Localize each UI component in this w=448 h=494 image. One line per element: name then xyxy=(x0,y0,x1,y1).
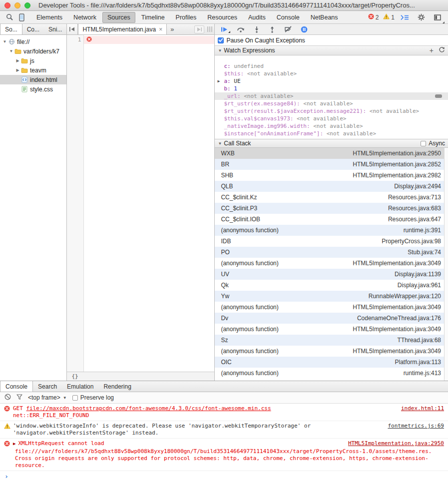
pause-on-caught-checkbox[interactable] xyxy=(218,37,224,43)
tab-profiles[interactable]: Profiles xyxy=(171,12,202,23)
line-error-icon[interactable] xyxy=(86,36,92,43)
call-stack-frame[interactable]: CC_$clinit.P3Resources.java:683 xyxy=(215,203,448,214)
watch-expression[interactable]: b1 xyxy=(215,85,448,92)
tree-item-var-folders-k7[interactable]: ▼var/folders/k7 xyxy=(0,46,66,56)
call-stack-frame[interactable]: CC_$clinit.KzResources.java:713 xyxy=(215,192,448,203)
call-stack-frame[interactable]: YwRunnableWrapper.java:120 xyxy=(215,291,448,302)
message-link[interactable]: file://maxcdn.bootstrapcdn.com/font-awes… xyxy=(26,405,271,412)
frame-location[interactable]: runtime.js:413 xyxy=(404,370,441,377)
tree-item-teavm[interactable]: ▶teavm xyxy=(0,65,66,75)
call-stack-frame[interactable]: POStub.java:74 xyxy=(215,247,448,258)
call-stack-frame[interactable]: OICPlatform.java:113 xyxy=(215,357,448,368)
tab-audits[interactable]: Audits xyxy=(243,12,271,23)
async-toggle[interactable]: Async xyxy=(421,140,445,147)
frame-location[interactable]: Display.java:2494 xyxy=(394,183,441,190)
async-checkbox[interactable] xyxy=(421,141,426,146)
tree-item-style-css[interactable]: style.css xyxy=(0,84,66,94)
message-source-link[interactable]: HTML5Implementation.java:2950 xyxy=(341,440,444,447)
watch-expression[interactable]: $instance["onAnimationFrame"]<not availa… xyxy=(215,130,448,137)
minimize-window-button[interactable] xyxy=(14,2,20,8)
frame-location[interactable]: RunnableWrapper.java:120 xyxy=(369,293,441,300)
sidebar-toggle-icon[interactable] xyxy=(207,26,212,32)
frame-location[interactable]: Resources.java:713 xyxy=(388,194,441,201)
watch-expression[interactable]: $this.val$canvas1973<not available> xyxy=(215,115,448,122)
deactivate-breakpoints-icon[interactable] xyxy=(284,26,292,32)
pause-on-caught-row[interactable]: Pause On Caught Exceptions xyxy=(215,35,448,46)
device-mode-icon[interactable] xyxy=(16,12,27,22)
filter-icon[interactable] xyxy=(16,394,22,402)
call-stack-frame[interactable]: SHBHTML5Implementation.java:2982 xyxy=(215,170,448,181)
tab-overflow-icon[interactable]: » xyxy=(167,24,177,34)
frame-location[interactable]: HTML5Implementation.java:3049 xyxy=(353,348,441,355)
call-stack-header[interactable]: ▼ Call Stack Async xyxy=(215,139,448,148)
sidebar-tab-snippets[interactable]: Sni... xyxy=(44,24,66,34)
watch-expression[interactable]: $rt_ustr(ex.message84)<not available> xyxy=(215,100,448,107)
tree-item-js[interactable]: ▶js xyxy=(0,56,66,65)
tab-netbeans[interactable]: NetBeans xyxy=(306,12,343,23)
call-stack-scrollbar[interactable] xyxy=(444,148,448,381)
hide-navigator-icon[interactable] xyxy=(67,24,78,34)
call-stack-frame[interactable]: IDBPropertyCross.java:98 xyxy=(215,236,448,247)
drawer-tab-emulation[interactable]: Emulation xyxy=(62,381,98,392)
tab-resources[interactable]: Resources xyxy=(202,12,242,23)
step-over-icon[interactable] xyxy=(237,26,245,32)
close-tab-icon[interactable]: × xyxy=(159,26,162,33)
watch-expression[interactable]: ▶aUE xyxy=(215,77,448,85)
clear-console-icon[interactable] xyxy=(4,394,11,402)
inspect-element-icon[interactable] xyxy=(4,12,15,22)
zoom-window-button[interactable] xyxy=(24,2,30,8)
frame-location[interactable]: Resources.java:647 xyxy=(388,216,441,223)
watch-expression[interactable]: _url<not available> xyxy=(215,92,448,100)
tab-timeline[interactable]: Timeline xyxy=(136,12,170,23)
tab-sources[interactable]: Sources xyxy=(102,12,135,23)
frame-location[interactable]: runtime.js:391 xyxy=(404,227,441,234)
watch-expression[interactable]: _nativeImage.img996.width<not available> xyxy=(215,122,448,130)
call-stack-frame[interactable]: SzTThread.java:68 xyxy=(215,335,448,346)
call-stack-frame[interactable]: UVDisplay.java:1139 xyxy=(215,269,448,280)
add-watch-icon[interactable]: + xyxy=(427,47,437,54)
frame-location[interactable]: Display.java:1139 xyxy=(395,271,441,278)
sidebar-tab-content-scripts[interactable]: Co... xyxy=(22,24,44,34)
call-stack-frame[interactable]: QkDisplay.java:961 xyxy=(215,280,448,291)
watch-expression[interactable]: $this<not available> xyxy=(215,70,448,77)
watch-expression[interactable]: $rt_ustr(result.$javaException.message22… xyxy=(215,107,448,115)
call-stack-frame[interactable]: BRHTML5Implementation.java:2852 xyxy=(215,159,448,170)
pretty-print-button[interactable]: {} xyxy=(71,373,78,380)
call-stack-frame[interactable]: (anonymous function)HTML5Implementation.… xyxy=(215,346,448,357)
disclosure-open-icon[interactable]: ▼ xyxy=(2,39,7,44)
sidebar-tab-sources[interactable]: So... xyxy=(0,24,22,34)
dock-side-icon[interactable] xyxy=(432,12,443,22)
console-prompt[interactable]: › xyxy=(0,471,448,482)
frame-location[interactable]: HTML5Implementation.java:3049 xyxy=(353,260,441,267)
call-stack-frame[interactable]: (anonymous function)runtime.js:391 xyxy=(215,225,448,236)
frame-location[interactable]: HTML5Implementation.java:3049 xyxy=(353,326,441,333)
drawer-tab-rendering[interactable]: Rendering xyxy=(98,381,136,392)
expand-arrow-icon[interactable]: ▶ xyxy=(13,441,15,446)
drawer-tab-search[interactable]: Search xyxy=(33,381,62,392)
settings-gear-icon[interactable] xyxy=(416,12,427,22)
frame-location[interactable]: HTML5Implementation.java:2950 xyxy=(353,150,441,157)
frame-location[interactable]: Platform.java:113 xyxy=(395,359,442,366)
step-out-icon[interactable] xyxy=(269,26,276,33)
frame-location[interactable]: TThread.java:68 xyxy=(398,337,441,344)
resume-script-icon[interactable] xyxy=(221,26,228,32)
watch-expression[interactable]: cundefined xyxy=(215,62,448,70)
preserve-log-toggle[interactable]: Preserve log xyxy=(72,394,114,401)
warning-count-badge[interactable]: 1 xyxy=(383,13,395,21)
preserve-log-checkbox[interactable] xyxy=(72,395,78,401)
call-stack-frame[interactable]: DvCodenameOneThread.java:176 xyxy=(215,313,448,324)
tab-console[interactable]: Console xyxy=(272,12,305,23)
watch-expressions-header[interactable]: ▼ Watch Expressions + xyxy=(215,46,448,55)
tab-elements[interactable]: Elements xyxy=(31,12,67,23)
call-stack-frame[interactable]: (anonymous function)HTML5Implementation.… xyxy=(215,302,448,313)
disclosure-closed-icon[interactable]: ▶ xyxy=(217,77,220,85)
error-count-badge[interactable]: 2 xyxy=(368,13,379,21)
frame-location[interactable]: CodenameOneThread.java:176 xyxy=(357,315,441,322)
call-stack-frame[interactable]: QLBDisplay.java:2494 xyxy=(215,181,448,192)
tab-network[interactable]: Network xyxy=(68,12,101,23)
call-stack-frame[interactable]: CC_$clinit.IOBResources.java:647 xyxy=(215,214,448,225)
disclosure-open-icon[interactable]: ▼ xyxy=(8,49,14,53)
call-stack-frame[interactable]: WXBHTML5Implementation.java:2950 xyxy=(215,148,448,159)
frame-location[interactable]: Display.java:961 xyxy=(398,282,441,289)
call-stack-frame[interactable]: (anonymous function)HTML5Implementation.… xyxy=(215,258,448,269)
